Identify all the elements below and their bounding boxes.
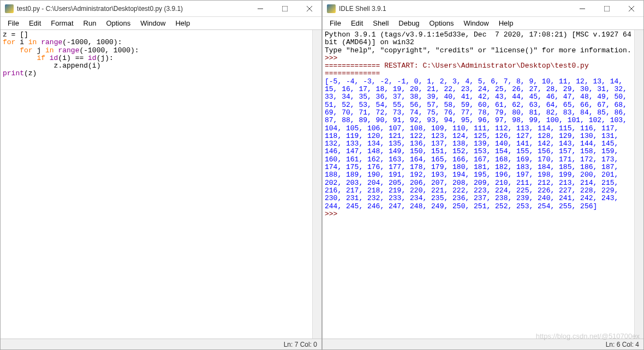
close-button[interactable] xyxy=(619,1,643,17)
titlebar[interactable]: test0.py - C:\Users\Administrator\Deskto… xyxy=(1,1,321,17)
code-line: if id(i) == id(j): xyxy=(3,54,114,62)
minimize-button[interactable] xyxy=(570,1,594,17)
menu-help[interactable]: Help xyxy=(494,18,518,28)
minimize-button[interactable] xyxy=(248,1,272,17)
window-controls xyxy=(248,1,321,17)
code-line: for i in range(-1000, 1000): xyxy=(3,38,122,46)
maximize-button[interactable] xyxy=(272,1,297,17)
maximize-button[interactable] xyxy=(594,1,619,17)
vertical-scrollbar[interactable] xyxy=(634,30,643,339)
close-button[interactable] xyxy=(297,1,321,17)
svg-rect-1 xyxy=(282,6,288,11)
titlebar[interactable]: IDLE Shell 3.9.1 xyxy=(323,1,643,17)
code-line: print(z) xyxy=(3,69,37,77)
menu-file[interactable]: File xyxy=(3,18,24,28)
app-icon xyxy=(5,4,14,13)
cursor-position: Ln: 7 Col: 0 xyxy=(284,341,317,348)
statusbar: Ln: 6 Col: 4 xyxy=(323,339,643,349)
menu-options[interactable]: Options xyxy=(101,18,135,28)
banner-line: Python 3.9.1 (tags/v3.9.1:1e5d33e, Dec 7… xyxy=(325,31,634,46)
shell-prompt: >>> xyxy=(325,210,337,218)
editor-window: test0.py - C:\Users\Administrator\Deskto… xyxy=(0,0,322,350)
window-title: IDLE Shell 3.9.1 xyxy=(339,5,570,13)
code-line: z = [] xyxy=(3,31,28,39)
banner-line: Type "help", "copyright", "credits" or "… xyxy=(325,46,631,55)
menu-file[interactable]: File xyxy=(325,18,346,28)
shell-window: IDLE Shell 3.9.1 File Edit Shell Debug O… xyxy=(322,0,644,350)
vertical-scrollbar[interactable] xyxy=(312,30,321,339)
shell-output[interactable]: Python 3.9.1 (tags/v3.9.1:1e5d33e, Dec 7… xyxy=(323,30,634,339)
program-output: [-5, -4, -3, -2, -1, 0, 1, 2, 3, 4, 5, 6… xyxy=(325,77,631,210)
menu-run[interactable]: Run xyxy=(79,18,102,28)
menu-help[interactable]: Help xyxy=(170,18,195,28)
code-editor[interactable]: z = [] for i in range(-1000, 1000): for … xyxy=(1,30,312,339)
menu-debug[interactable]: Debug xyxy=(393,18,424,28)
statusbar: Ln: 7 Col: 0 xyxy=(1,339,321,349)
restart-line: ============= RESTART: C:\Users\Administ… xyxy=(325,62,593,77)
menu-window[interactable]: Window xyxy=(458,18,493,28)
shell-prompt: >>> xyxy=(325,54,337,62)
code-line: z.append(i) xyxy=(3,62,100,70)
menu-format[interactable]: Format xyxy=(46,18,78,28)
window-title: test0.py - C:\Users\Administrator\Deskto… xyxy=(17,5,248,13)
menubar: File Edit Format Run Options Window Help xyxy=(1,17,321,30)
menu-options[interactable]: Options xyxy=(425,18,459,28)
window-controls xyxy=(570,1,643,17)
menu-window[interactable]: Window xyxy=(135,18,170,28)
app-icon xyxy=(327,4,336,13)
svg-rect-5 xyxy=(604,6,610,11)
menu-edit[interactable]: Edit xyxy=(346,18,368,28)
code-line: for j in range(-1000, 1000): xyxy=(3,46,139,55)
menu-edit[interactable]: Edit xyxy=(24,18,46,28)
menubar: File Edit Shell Debug Options Window Hel… xyxy=(323,17,643,30)
cursor-position: Ln: 6 Col: 4 xyxy=(606,341,639,348)
menu-shell[interactable]: Shell xyxy=(368,18,393,28)
